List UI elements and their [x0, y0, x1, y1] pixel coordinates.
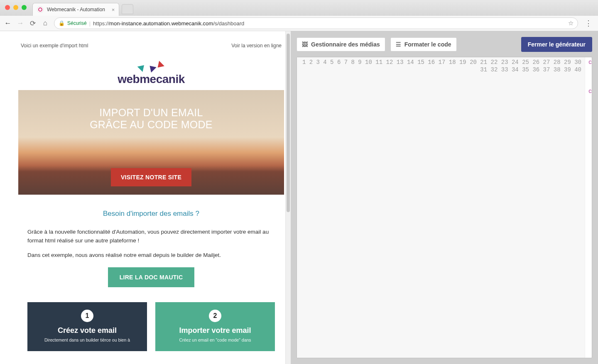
scrollbar-thumb[interactable]	[287, 34, 290, 212]
tab-title: Webmecanik - Automation	[47, 7, 105, 12]
email-preview: webmecanik IMPORT D'UN EMAIL GRÂCE AU CO…	[18, 57, 284, 351]
media-manager-button[interactable]: 🖼 Gestionnaire des médias	[297, 37, 385, 51]
nav-home-button[interactable]: ⌂	[42, 20, 49, 27]
window-maximize-button[interactable]	[22, 5, 27, 10]
section-paragraph: Grâce à la nouvelle fonctionnalité d'Aut…	[27, 228, 275, 245]
lock-icon: 🔒	[59, 20, 65, 26]
step-subtitle: Directement dans un builder tièrce ou bi…	[33, 337, 141, 342]
step-number: 1	[81, 310, 93, 322]
step-number: 2	[209, 310, 221, 322]
list-icon: ☰	[396, 41, 401, 48]
url-bar: ← → ⟳ ⌂ 🔒 Sécurisé | https://mon-instanc…	[0, 16, 598, 31]
hero-cta-button[interactable]: VISITEZ NOTRE SITE	[111, 168, 191, 186]
image-icon: 🖼	[302, 41, 308, 48]
window-controls	[5, 5, 27, 10]
section-title: Besoin d'importer des emails ?	[27, 210, 275, 218]
nav-forward-button[interactable]: →	[17, 20, 24, 27]
step-card-2: 2 Importer votre email Créez un email en…	[155, 302, 275, 351]
url-text: https://mon-instance.automation.webmecan…	[93, 20, 244, 27]
step-title: Importer votre email	[161, 326, 269, 335]
view-online-link[interactable]: Voir la version en ligne	[231, 43, 282, 49]
editor-gutter: 1 2 3 4 5 6 7 8 9 10 11 12 13 14 15 16 1…	[297, 57, 585, 358]
step-title: Créez vote email	[33, 326, 141, 335]
step-card-1: 1 Créez vote email Directement dans un b…	[27, 302, 147, 351]
hero-title: IMPORT D'UN EMAIL GRÂCE AU CODE MODE	[90, 107, 213, 131]
preview-pane: Voici un exemple d'import html Voir la v…	[0, 31, 291, 364]
brand-logo-text: webmecanik	[118, 73, 185, 86]
new-tab-button[interactable]	[122, 4, 133, 14]
url-field[interactable]: 🔒 Sécurisé | https://mon-instance.automa…	[54, 17, 578, 29]
format-code-label: Formater le code	[404, 41, 451, 48]
tab-favicon	[37, 6, 44, 13]
close-builder-button[interactable]: Fermer le générateur	[521, 37, 592, 52]
code-editor[interactable]: 1 2 3 4 5 6 7 8 9 10 11 12 13 14 15 16 1…	[297, 57, 592, 358]
doc-cta-button[interactable]: LIRE LA DOC MAUTIC	[108, 267, 195, 287]
tab-strip: Webmecanik - Automation ×	[0, 0, 598, 16]
secure-label: Sécurisé	[67, 20, 87, 26]
section-paragraph: Dans cet exemple, nous avons réalisé not…	[27, 251, 275, 260]
editor-toolbar: 🖼 Gestionnaire des médias ☰ Formater le …	[297, 37, 592, 52]
nav-back-button[interactable]: ←	[4, 20, 12, 27]
brand-logo: webmecanik	[118, 64, 185, 86]
format-code-button[interactable]: ☰ Formater le code	[390, 37, 457, 51]
browser-tab[interactable]: Webmecanik - Automation ×	[32, 3, 119, 16]
hero-banner: IMPORT D'UN EMAIL GRÂCE AU CODE MODE VIS…	[18, 90, 284, 195]
tab-close-icon[interactable]: ×	[112, 7, 115, 13]
browser-chrome: Webmecanik - Automation × ← → ⟳ ⌂ 🔒 Sécu…	[0, 0, 598, 31]
preview-scrollbar[interactable]	[285, 31, 291, 364]
media-manager-label: Gestionnaire des médias	[311, 41, 380, 48]
window-minimize-button[interactable]	[13, 5, 18, 10]
bookmark-star-icon[interactable]: ☆	[568, 20, 573, 27]
editor-code[interactable]: class="kw"><!doctype html> class="kw"><h…	[585, 57, 592, 358]
preview-note-left: Voici un exemple d'import html	[21, 43, 88, 49]
browser-menu-icon[interactable]: ⋮	[583, 19, 594, 28]
window-close-button[interactable]	[5, 5, 10, 10]
brand-logo-icon	[118, 64, 185, 70]
nav-reload-button[interactable]: ⟳	[29, 20, 37, 27]
editor-pane: 🖼 Gestionnaire des médias ☰ Formater le …	[291, 31, 598, 364]
step-subtitle: Créez un email en "code mode" dans	[161, 337, 269, 342]
